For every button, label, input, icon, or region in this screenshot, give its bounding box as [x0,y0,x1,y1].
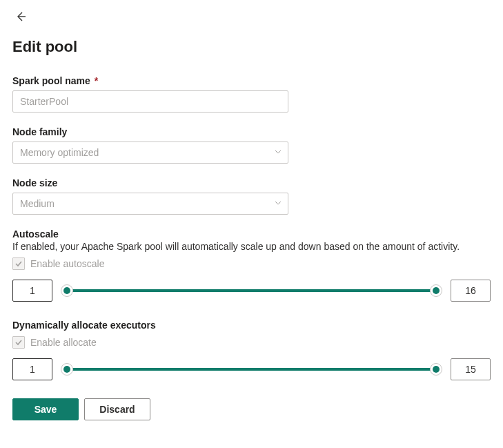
executors-checkbox[interactable] [12,336,25,349]
pool-name-input[interactable] [12,90,288,113]
autoscale-max-input[interactable]: 16 [451,280,491,302]
discard-button[interactable]: Discard [84,398,150,420]
node-size-group: Node size Medium [12,177,491,215]
node-size-value: Medium [20,198,55,209]
executors-label: Dynamically allocate executors [12,320,491,331]
executors-checkbox-label: Enable allocate [30,337,97,348]
chevron-down-icon [274,198,282,209]
node-family-label: Node family [12,126,491,137]
back-button[interactable] [12,8,29,27]
node-family-select[interactable]: Memory optimized [12,142,288,164]
pool-name-label-text: Spark pool name [12,75,90,86]
executors-slider-thumb-max[interactable] [430,363,442,376]
executors-slider-row: 1 15 [12,358,491,380]
node-size-label: Node size [12,177,491,188]
button-row: Save Discard [12,398,491,420]
pool-name-label: Spark pool name * [12,75,491,86]
autoscale-description: If enabled, your Apache Spark pool will … [12,241,491,252]
autoscale-checkbox-label: Enable autoscale [30,258,104,269]
node-size-select[interactable]: Medium [12,193,288,215]
node-family-value: Memory optimized [20,147,99,158]
required-indicator: * [95,75,98,86]
executors-checkbox-row: Enable allocate [12,336,491,349]
autoscale-slider-row: 1 16 [12,280,491,302]
autoscale-slider-thumb-max[interactable] [430,284,442,297]
slider-track-line [62,368,441,371]
save-button[interactable]: Save [12,398,79,420]
autoscale-checkbox[interactable] [12,257,25,270]
pool-name-group: Spark pool name * [12,75,491,113]
autoscale-checkbox-row: Enable autoscale [12,257,491,270]
page-title: Edit pool [12,38,491,56]
autoscale-slider-thumb-min[interactable] [61,284,73,297]
slider-track-line [62,289,441,292]
arrow-left-icon [15,11,26,24]
autoscale-slider[interactable] [62,284,441,297]
executors-min-input[interactable]: 1 [12,358,52,380]
chevron-down-icon [274,147,282,158]
executors-slider-thumb-min[interactable] [61,363,73,376]
autoscale-min-input[interactable]: 1 [12,280,52,302]
executors-slider[interactable] [62,363,441,376]
autoscale-label: Autoscale [12,228,491,240]
node-family-group: Node family Memory optimized [12,126,491,164]
executors-max-input[interactable]: 15 [451,358,491,380]
